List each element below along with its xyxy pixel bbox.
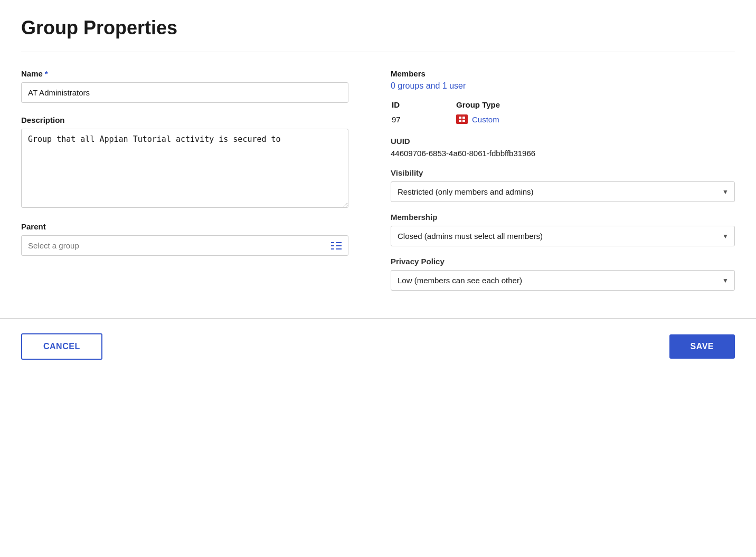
membership-select[interactable]: Closed (admins must select all members) … <box>391 226 735 246</box>
visibility-section: Visibility Restricted (only members and … <box>391 168 735 202</box>
id-column-header: ID <box>392 100 455 112</box>
footer: CANCEL SAVE <box>0 318 756 374</box>
right-column: Members 0 groups and 1 user ID Group Typ… <box>391 69 735 301</box>
visibility-select[interactable]: Restricted (only members and admins) Pub… <box>391 181 735 202</box>
name-required-star: * <box>45 69 48 78</box>
privacy-select-wrapper: Low (members can see each other) Medium … <box>391 270 735 291</box>
select-group-list-button[interactable] <box>325 237 348 254</box>
custom-icon-svg <box>458 116 466 122</box>
save-button[interactable]: SAVE <box>669 334 735 359</box>
members-label: Members <box>391 69 735 78</box>
membership-section: Membership Closed (admins must select al… <box>391 213 735 246</box>
group-type-column-header: Group Type <box>456 100 734 112</box>
table-row: 97 <box>392 113 734 125</box>
svg-rect-1 <box>331 245 334 246</box>
description-label: Description <box>21 116 348 124</box>
id-type-table: ID Group Type 97 <box>391 99 735 126</box>
svg-rect-5 <box>336 248 342 249</box>
group-type-value: Custom <box>472 115 499 124</box>
description-field-group: Description Group that all Appian Tutori… <box>21 116 348 209</box>
uuid-value: 44609706-6853-4a60-8061-fdbbffb31966 <box>391 149 735 158</box>
name-field-group: Name * <box>21 69 348 103</box>
svg-rect-2 <box>331 248 334 249</box>
membership-label: Membership <box>391 213 735 222</box>
group-type-cell-wrapper: Custom <box>456 114 734 124</box>
svg-rect-0 <box>331 242 334 243</box>
name-input[interactable] <box>21 82 348 103</box>
form-layout: Name * Description Group that all Appian… <box>21 69 735 301</box>
uuid-label: UUID <box>391 137 735 146</box>
privacy-label: Privacy Policy <box>391 257 735 266</box>
page-title: Group Properties <box>21 17 735 39</box>
description-textarea[interactable]: Group that all Appian Tutorial activity … <box>21 129 348 208</box>
members-link[interactable]: 0 groups and 1 user <box>391 81 466 91</box>
parent-label: Parent <box>21 222 348 231</box>
uuid-section: UUID 44609706-6853-4a60-8061-fdbbffb3196… <box>391 137 735 158</box>
privacy-section: Privacy Policy Low (members can see each… <box>391 257 735 291</box>
cancel-button[interactable]: CANCEL <box>21 333 102 360</box>
visibility-label: Visibility <box>391 168 735 177</box>
name-label-text: Name <box>21 69 43 78</box>
svg-rect-9 <box>462 117 465 119</box>
parent-input-wrapper <box>21 235 348 256</box>
svg-rect-10 <box>462 120 465 122</box>
membership-select-wrapper: Closed (admins must select all members) … <box>391 226 735 246</box>
name-label: Name * <box>21 69 348 78</box>
list-icon <box>331 242 342 250</box>
group-type-cell: Custom <box>456 113 734 125</box>
svg-rect-8 <box>459 120 461 122</box>
svg-rect-4 <box>336 245 342 246</box>
parent-field-group: Parent <box>21 222 348 256</box>
header-divider <box>21 52 735 52</box>
custom-icon <box>456 114 468 124</box>
svg-rect-7 <box>459 117 461 119</box>
privacy-select[interactable]: Low (members can see each other) Medium … <box>391 270 735 291</box>
parent-input[interactable] <box>22 236 325 255</box>
visibility-select-wrapper: Restricted (only members and admins) Pub… <box>391 181 735 202</box>
left-column: Name * Description Group that all Appian… <box>21 69 348 301</box>
svg-rect-3 <box>336 242 342 243</box>
id-value: 97 <box>392 113 455 125</box>
members-section: Members 0 groups and 1 user <box>391 69 735 99</box>
